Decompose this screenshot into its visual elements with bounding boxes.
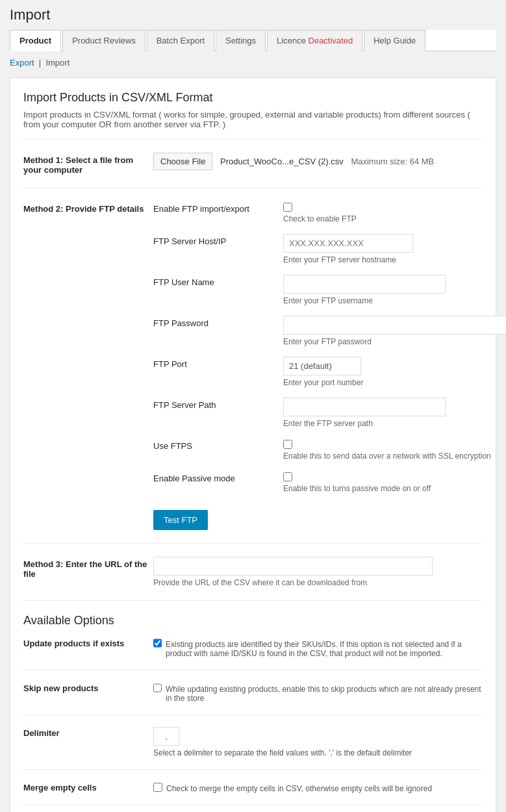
ftp-path-row: FTP Server Path Enter the FTP server pat… (153, 398, 506, 428)
ftp-enable-controls: Check to enable FTP (283, 201, 506, 223)
update-products-desc: Existing products are identified by thei… (166, 640, 483, 658)
url-hint: Provide the URL of the CSV where it can … (153, 578, 483, 587)
merge-empty-checkbox-row: Check to merge the empty cells in CSV, o… (153, 781, 483, 793)
ftp-enable-row: Enable FTP import/export Check to enable… (153, 201, 506, 223)
ftp-password-row: FTP Password Enter your FTP password (153, 316, 506, 346)
update-products-checkbox[interactable] (153, 639, 162, 648)
ftp-enable-label: Enable FTP import/export (153, 201, 283, 214)
ftps-checkbox-row (283, 438, 506, 449)
method3-controls: Provide the URL of the CSV where it can … (153, 557, 483, 587)
merge-empty-desc: Check to merge the empty cells in CSV, o… (166, 784, 432, 793)
passive-mode-row: Enable Passive mode Enable this to turns… (153, 471, 506, 493)
ftp-block: Enable FTP import/export Check to enable… (153, 201, 506, 530)
skip-new-control: While updating existing products, enable… (153, 682, 483, 703)
breadcrumb: Export | Import (10, 58, 496, 68)
delimiter-control: Select a delimiter to separate the field… (153, 727, 483, 757)
delimiter-label: Delimiter (23, 727, 153, 738)
skip-new-checkbox-row: While updating existing products, enable… (153, 682, 483, 703)
url-input[interactable] (153, 557, 433, 576)
merge-empty-label: Merge empty cells (23, 781, 153, 793)
merge-empty-row: Merge empty cells Check to merge the emp… (23, 781, 483, 806)
update-products-row: Update products if exists Existing produ… (23, 637, 483, 670)
ftp-path-input[interactable] (283, 398, 446, 416)
passive-mode-hint: Enable this to turns passive mode on or … (283, 484, 506, 493)
test-ftp-button[interactable]: Test FTP (153, 510, 208, 530)
ftps-row: Use FTPS Enable this to send data over a… (153, 438, 506, 461)
main-card: Import Products in CSV/XML Format Import… (10, 77, 496, 812)
tab-product[interactable]: Product (10, 30, 61, 51)
ftps-label: Use FTPS (153, 438, 283, 451)
ftps-controls: Enable this to send data over a network … (283, 438, 506, 461)
update-products-label: Update products if exists (23, 637, 153, 648)
ftp-path-hint: Enter the FTP server path (283, 419, 506, 428)
page-title: Import (10, 6, 496, 23)
ftps-checkbox[interactable] (283, 440, 292, 449)
method2-label: Method 2: Provide FTP details (23, 201, 153, 214)
merge-empty-checkbox[interactable] (153, 783, 162, 792)
ftp-host-row: FTP Server Host/IP Enter your FTP server… (153, 234, 506, 264)
merge-empty-control: Check to merge the empty cells in CSV, o… (153, 781, 483, 793)
nav-tabs: Product Product Reviews Batch Export Set… (10, 30, 496, 51)
delimiter-row: Delimiter Select a delimiter to separate… (23, 727, 483, 770)
deactivated-badge: Deactivated (309, 36, 353, 45)
ftps-hint: Enable this to send data over a network … (283, 451, 506, 461)
available-options-heading: Available Options (23, 614, 483, 628)
ftp-user-label: FTP User Name (153, 275, 283, 287)
ftp-host-input[interactable] (283, 234, 413, 253)
tab-licence[interactable]: Licence Deactivated (267, 30, 362, 51)
passive-mode-checkbox-row (283, 471, 506, 481)
card-title: Import Products in CSV/XML Format (23, 91, 483, 105)
divider-2 (23, 543, 483, 544)
card-description: Import products in CSV/XML format ( work… (23, 110, 483, 140)
skip-new-label: Skip new products (23, 682, 153, 693)
ftp-path-label: FTP Server Path (153, 398, 283, 410)
ftp-user-input[interactable] (283, 275, 446, 294)
breadcrumb-export-link[interactable]: Export (10, 58, 34, 68)
selected-file-name: Product_WooCo...e_CSV (2).csv (220, 157, 344, 166)
ftp-host-hint: Enter your FTP server hostname (283, 255, 506, 264)
method3-label: Method 3: Enter the URL of the file (23, 557, 153, 579)
passive-mode-label: Enable Passive mode (153, 471, 283, 483)
ftp-host-label: FTP Server Host/IP (153, 234, 283, 246)
delimiter-input[interactable] (153, 727, 179, 746)
skip-new-checkbox[interactable] (153, 683, 162, 692)
ftp-password-input[interactable] (283, 316, 506, 335)
method2-row: Method 2: Provide FTP details Enable FTP… (23, 201, 483, 530)
ftp-enable-checkbox-row (283, 201, 506, 212)
ftp-port-input[interactable] (283, 357, 361, 375)
tab-product-reviews[interactable]: Product Reviews (62, 30, 145, 51)
ftp-path-controls: Enter the FTP server path (283, 398, 506, 428)
passive-mode-checkbox[interactable] (283, 472, 292, 481)
method1-controls: Choose File Product_WooCo...e_CSV (2).cs… (153, 153, 483, 170)
method3-row: Method 3: Enter the URL of the file Prov… (23, 557, 483, 587)
update-products-control: Existing products are identified by thei… (153, 637, 483, 658)
delimiter-desc: Select a delimiter to separate the field… (153, 748, 483, 757)
tab-settings[interactable]: Settings (216, 30, 266, 51)
tab-batch-export[interactable]: Batch Export (147, 30, 214, 51)
breadcrumb-import: Import (45, 58, 70, 68)
choose-file-button[interactable]: Choose File (153, 153, 212, 170)
passive-mode-controls: Enable this to turns passive mode on or … (283, 471, 506, 493)
max-size-label: Maximum size: 64 MB (351, 157, 434, 166)
ftp-password-label: FTP Password (153, 316, 283, 328)
ftp-enable-checkbox[interactable] (283, 203, 292, 212)
skip-new-desc: While updating existing products, enable… (166, 685, 483, 703)
ftp-user-hint: Enter your FTP username (283, 296, 506, 305)
ftp-host-controls: Enter your FTP server hostname (283, 234, 506, 264)
ftp-port-row: FTP Port Enter your port number (153, 357, 506, 387)
ftp-enable-hint: Check to enable FTP (283, 214, 506, 223)
method1-label: Method 1: Select a file from your comput… (23, 153, 153, 175)
page-wrapper: Import Product Product Reviews Batch Exp… (0, 0, 506, 812)
ftp-port-label: FTP Port (153, 357, 283, 369)
divider-3 (23, 600, 483, 601)
ftp-password-hint: Enter your FTP password (283, 337, 506, 346)
ftp-user-row: FTP User Name Enter your FTP username (153, 275, 506, 305)
ftp-password-controls: Enter your FTP password (283, 316, 506, 346)
update-products-checkbox-row: Existing products are identified by thei… (153, 637, 483, 658)
ftp-user-controls: Enter your FTP username (283, 275, 506, 305)
ftp-port-hint: Enter your port number (283, 378, 506, 387)
tab-help-guide[interactable]: Help Guide (364, 30, 425, 51)
skip-new-row: Skip new products While updating existin… (23, 682, 483, 715)
divider-1 (23, 188, 483, 188)
ftp-port-controls: Enter your port number (283, 357, 506, 387)
